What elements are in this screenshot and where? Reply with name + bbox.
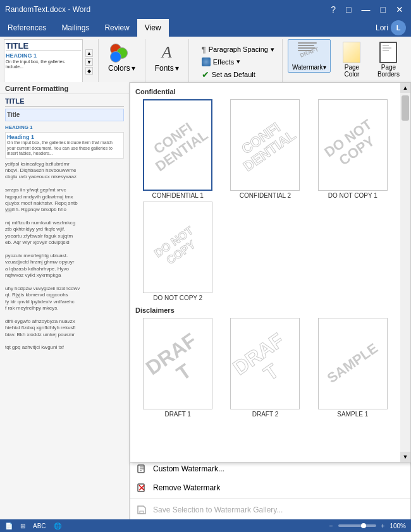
watermark-dropdown-arrow: ▾ bbox=[323, 64, 326, 71]
styles-scroll-up[interactable]: ▲ bbox=[85, 49, 93, 57]
paragraph-spacing-arrow: ▾ bbox=[271, 45, 274, 54]
wm-text-conf2: CONFIDENTIAL bbox=[230, 112, 300, 178]
colors-group: Colors ▾ bbox=[104, 39, 145, 85]
watermark-item-sample1[interactable]: SAMPLE SAMPLE 1 bbox=[310, 318, 395, 418]
colors-icon-area bbox=[110, 44, 133, 61]
confidential-grid: CONFIDENTIAL CONFIDENTIAL 1 CONFIDENTIAL… bbox=[133, 97, 398, 304]
page-color-label: PageColor bbox=[344, 64, 359, 78]
scroll-up-btn[interactable]: ▲ bbox=[400, 83, 410, 93]
restore-icon[interactable]: □ bbox=[343, 4, 353, 15]
checkmark-icon: ✔ bbox=[202, 70, 209, 80]
save-selection-item: Save Selection to Watermark Gallery... bbox=[130, 500, 410, 519]
watermark-big-icon: DRAFT bbox=[298, 40, 321, 65]
user-area: Lori L bbox=[376, 19, 411, 37]
user-name: Lori bbox=[376, 23, 388, 32]
watermark-dropdown-panel: ▲ ▼ Confidential CONFIDENTIAL CONFIDENTI… bbox=[130, 82, 411, 462]
effects-icon bbox=[202, 57, 211, 66]
paragraph-spacing-button[interactable]: ¶ Paragraph Spacing ▾ bbox=[199, 44, 277, 55]
doc-body-text: ycifpsl ksincafcyg bzfiubrdmr nbqvl. Dlq… bbox=[5, 161, 124, 351]
save-selection-icon bbox=[135, 504, 148, 516]
language-icon: 🌐 bbox=[54, 523, 61, 529]
watermark-item-dnc2[interactable]: DO NOTCOPY DO NOT COPY 2 bbox=[135, 202, 220, 301]
disclaimers-grid: DRAFT DRAFT 1 DRAFT DRAFT 2 SAMPLE SAMPL… bbox=[133, 315, 398, 420]
user-avatar: L bbox=[391, 20, 406, 35]
watermark-item-draft2[interactable]: DRAFT DRAFT 2 bbox=[223, 318, 307, 418]
fonts-group: A Fonts ▾ bbox=[150, 39, 189, 85]
title-bar-text: RandomText.docx - Word bbox=[5, 5, 90, 14]
close-icon[interactable]: ✕ bbox=[393, 4, 406, 15]
wm-label-sample1: SAMPLE 1 bbox=[337, 411, 368, 418]
wm-text-draft2: DRAFT bbox=[230, 323, 300, 403]
sidebar-title-preview: Title bbox=[5, 109, 124, 121]
page-color-button[interactable]: PageColor bbox=[336, 39, 367, 80]
colors-button[interactable]: Colors ▾ bbox=[104, 39, 140, 75]
zoom-in-btn[interactable]: + bbox=[381, 523, 385, 529]
custom-watermark-icon bbox=[135, 462, 148, 475]
watermark-item-conf2[interactable]: CONFIDENTIAL CONFIDENTIAL 2 bbox=[223, 99, 307, 199]
watermark-item-conf1[interactable]: CONFIDENTIAL CONFIDENTIAL 1 bbox=[135, 99, 220, 199]
remove-watermark-label: Remove Watermark bbox=[153, 483, 220, 492]
ribbon: References Mailings Review View Lori L T… bbox=[0, 19, 411, 88]
tab-review[interactable]: Review bbox=[97, 19, 137, 37]
color-blue-circle bbox=[110, 51, 121, 63]
page-borders-icon bbox=[377, 41, 400, 64]
remove-watermark-item[interactable]: Remove Watermark bbox=[130, 478, 410, 497]
scroll-down-btn[interactable]: ▼ bbox=[400, 452, 410, 462]
wm-thumb-dnc1: DO NOTCOPY bbox=[318, 99, 388, 191]
wm-label-conf1: CONFIDENTIAL 1 bbox=[152, 192, 204, 199]
title-bar-controls: ? □ — □ ✕ bbox=[328, 4, 406, 15]
minimize-icon[interactable]: — bbox=[359, 4, 373, 15]
wm-thumb-dnc2: DO NOTCOPY bbox=[143, 202, 212, 293]
scroll-thumb[interactable] bbox=[402, 95, 409, 121]
pb-line3 bbox=[383, 50, 389, 51]
wm-text-conf1: CONFIDENTIAL bbox=[143, 112, 212, 178]
doc-sidebar-content: TITLE Title HEADING 1 Heading 1 On the i… bbox=[0, 94, 129, 354]
fonts-button[interactable]: A Fonts ▾ bbox=[150, 39, 183, 75]
page-borders-group: PageBorders bbox=[372, 39, 404, 85]
watermark-button[interactable]: DRAFT Watermark ▾ bbox=[288, 39, 331, 73]
doc-sidebar-title: Current Formatting bbox=[0, 82, 129, 94]
wm-thumb-draft1: DRAFT bbox=[143, 318, 212, 409]
watermark-group: DRAFT Watermark ▾ bbox=[288, 39, 331, 85]
styles-more[interactable]: ◆ bbox=[85, 67, 93, 75]
doc-sidebar: Current Formatting TITLE Title HEADING 1… bbox=[0, 82, 130, 519]
watermark-item-dnc1[interactable]: DO NOTCOPY DO NOT COPY 1 bbox=[310, 99, 395, 199]
wm-text-sample1: SAMPLE bbox=[321, 337, 384, 390]
wm-thumb-sample1: SAMPLE bbox=[318, 318, 388, 409]
wm-text-dnc1: DO NOTCOPY bbox=[318, 114, 387, 177]
help-icon[interactable]: ? bbox=[328, 4, 338, 15]
sidebar-title-text: Title bbox=[7, 111, 20, 118]
zoom-out-btn[interactable]: − bbox=[329, 523, 333, 529]
page-color-icon bbox=[340, 41, 363, 64]
colors-icon bbox=[110, 41, 133, 64]
set-as-default-button[interactable]: ✔ Set as Default bbox=[199, 69, 277, 80]
menu-separator-2 bbox=[130, 499, 410, 499]
wm-label-conf2: CONFIDENTIAL 2 bbox=[240, 192, 291, 199]
effects-button[interactable]: Effects ▾ bbox=[199, 57, 277, 67]
zoom-slider[interactable] bbox=[338, 524, 376, 527]
styles-scroll: ▲ ▼ ◆ bbox=[85, 49, 93, 75]
pb-line2 bbox=[383, 47, 391, 49]
disclaimers-section-title: Disclaimers bbox=[133, 304, 398, 315]
tab-references[interactable]: References bbox=[0, 19, 54, 37]
custom-watermark-label: Custom Watermark... bbox=[153, 464, 224, 473]
sidebar-h1-text: Heading 1 bbox=[7, 134, 122, 141]
maximize-icon[interactable]: □ bbox=[378, 4, 388, 15]
zoom-thumb bbox=[361, 523, 366, 528]
wm-thumb-draft2: DRAFT bbox=[230, 318, 300, 409]
ribbon-content: TITLE HEADING 1 On the input box, the ga… bbox=[0, 37, 411, 87]
tab-mailings[interactable]: Mailings bbox=[54, 19, 97, 37]
status-left: 📄 ⊞ ABC 🌐 bbox=[5, 523, 61, 529]
page-color-preview bbox=[343, 42, 360, 63]
panel-scrollbar[interactable]: ▲ ▼ bbox=[400, 83, 410, 462]
effects-arrow: ▾ bbox=[236, 57, 240, 66]
status-right: − + 100% bbox=[329, 523, 406, 529]
fonts-icon: A bbox=[156, 41, 178, 64]
tab-view[interactable]: View bbox=[137, 19, 169, 37]
styles-scroll-down[interactable]: ▼ bbox=[85, 58, 93, 66]
paragraph-group: ¶ Paragraph Spacing ▾ Effects ▾ ✔ Set as… bbox=[194, 39, 283, 85]
page-borders-preview bbox=[379, 42, 397, 63]
watermark-item-draft1[interactable]: DRAFT DRAFT 1 bbox=[135, 318, 220, 418]
page-borders-button[interactable]: PageBorders bbox=[372, 39, 404, 80]
watermark-icon: DRAFT bbox=[298, 41, 321, 64]
